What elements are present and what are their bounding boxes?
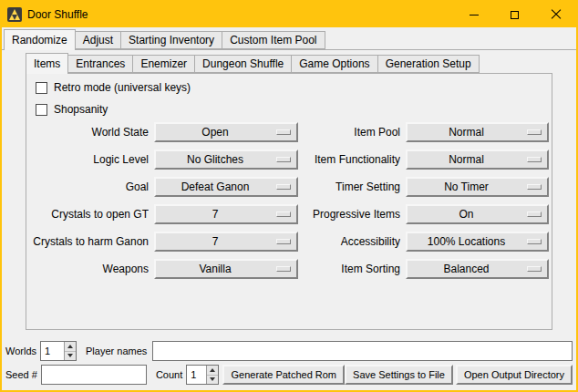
goal-label: Goal [32,177,149,197]
crystals-ganon-label: Crystals to harm Ganon [32,232,149,252]
accessibility-label: Accessibility [304,232,400,252]
worlds-spinbox[interactable]: 1 [40,341,77,361]
item-functionality-value: Normal [449,153,484,166]
worlds-row: Worlds 1 Player names [5,341,573,361]
spin-up-icon [67,345,73,348]
progressive-items-dropdown[interactable]: On [406,204,549,224]
maximize-button[interactable] [494,2,535,27]
seed-row: Seed # Count 1 Generate Patched Rom Save… [5,365,573,385]
logic-level-value: No Glitches [187,153,243,166]
progressive-items-value: On [459,208,473,221]
close-icon [551,9,562,20]
dropdown-indicator-icon [276,157,291,162]
dropdown-indicator-icon [527,129,542,135]
crystals-gt-value: 7 [212,208,219,221]
tab-items[interactable]: Items [26,53,68,74]
minimize-button[interactable] [453,2,494,27]
goal-dropdown[interactable]: Defeat Ganon [154,177,298,197]
dropdown-indicator-icon [527,211,542,217]
accessibility-dropdown[interactable]: 100% Locations [406,232,549,252]
weapons-dropdown[interactable]: Vanilla [154,259,298,279]
save-settings-button[interactable]: Save Settings to File [345,365,453,385]
dropdown-indicator-icon [527,157,542,162]
timer-setting-dropdown[interactable]: No Timer [406,177,549,197]
app-window: Door Shuffle Randomize Adjust Starting I… [0,0,578,392]
item-functionality-dropdown[interactable]: Normal [406,150,549,170]
spin-down-icon [210,377,215,381]
outer-tab-bar: Randomize Adjust Starting Inventory Cust… [4,31,325,50]
tab-dungeon-shuffle[interactable]: Dungeon Shuffle [194,55,292,73]
caption-buttons [453,2,576,27]
worlds-value: 1 [41,342,64,360]
count-value: 1 [187,366,206,384]
weapons-label: Weapons [32,259,149,279]
world-state-value: Open [201,126,228,139]
tab-randomize[interactable]: Randomize [4,29,76,50]
world-state-dropdown[interactable]: Open [154,122,298,142]
retro-mode-checkbox[interactable] [36,82,47,94]
progressive-items-label: Progressive Items [304,204,400,224]
shopsanity-label: Shopsanity [54,103,108,116]
count-spinbox[interactable]: 1 [186,365,219,385]
crystals-gt-label: Crystals to open GT [32,204,149,224]
seed-input[interactable] [41,365,147,385]
spin-down-button[interactable] [65,351,76,361]
dropdown-indicator-icon [276,184,291,190]
count-spin-buttons [206,366,218,384]
close-button[interactable] [535,2,576,27]
shopsanity-checkbox[interactable] [36,104,47,116]
generate-patched-rom-button[interactable]: Generate Patched Rom [222,365,345,385]
dropdown-indicator-icon [527,184,542,190]
item-pool-dropdown[interactable]: Normal [406,122,549,142]
dropdown-indicator-icon [276,239,291,244]
minimize-icon [470,15,479,15]
tab-custom-item-pool[interactable]: Custom Item Pool [222,31,325,49]
tab-enemizer[interactable]: Enemizer [132,55,195,73]
item-pool-value: Normal [449,126,484,139]
dropdown-indicator-icon [527,266,542,272]
app-icon [7,7,22,22]
accessibility-value: 100% Locations [428,235,505,248]
spin-up-button[interactable] [207,366,218,375]
item-functionality-label: Item Functionality [304,150,400,170]
dropdown-indicator-icon [527,239,542,244]
tab-entrances[interactable]: Entrances [67,55,133,73]
tab-adjust[interactable]: Adjust [75,31,121,49]
spin-down-button[interactable] [207,375,218,385]
spin-up-button[interactable] [65,342,76,351]
tab-starting-inventory[interactable]: Starting Inventory [120,31,222,49]
player-names-input[interactable] [152,341,573,361]
spin-up-icon [210,368,215,372]
item-sorting-dropdown[interactable]: Balanced [406,259,549,279]
crystals-ganon-dropdown[interactable]: 7 [154,232,298,252]
shopsanity-checkbox-row[interactable]: Shopsanity [36,102,108,117]
retro-mode-checkbox-row[interactable]: Retro mode (universal keys) [36,80,191,95]
open-output-directory-button[interactable]: Open Output Directory [456,365,573,385]
timer-setting-value: No Timer [444,181,489,193]
worlds-spin-buttons [64,342,76,360]
window-title: Door Shuffle [27,8,88,21]
items-panel: Retro mode (universal keys) Shopsanity W… [26,73,552,330]
spin-down-icon [67,354,73,357]
weapons-value: Vanilla [199,263,231,275]
logic-level-dropdown[interactable]: No Glitches [154,150,298,170]
item-pool-label: Item Pool [304,122,400,142]
timer-setting-label: Timer Setting [304,177,400,197]
count-label: Count [156,369,182,380]
crystals-gt-dropdown[interactable]: 7 [154,204,298,224]
item-sorting-label: Item Sorting [304,259,400,279]
dropdown-indicator-icon [276,129,291,135]
world-state-label: World State [32,122,149,142]
window-content: Randomize Adjust Starting Inventory Cust… [2,27,576,390]
item-sorting-value: Balanced [443,263,489,275]
player-names-label: Player names [86,346,147,356]
goal-value: Defeat Ganon [181,181,250,193]
tab-generation-setup[interactable]: Generation Setup [377,55,480,73]
worlds-label: Worlds [5,346,36,356]
title-bar[interactable]: Door Shuffle [2,2,576,27]
inner-tab-bar: Items Entrances Enemizer Dungeon Shuffle… [26,55,480,74]
seed-label: Seed # [5,369,37,380]
crystals-ganon-value: 7 [212,235,219,248]
logic-level-label: Logic Level [32,150,149,170]
tab-game-options[interactable]: Game Options [291,55,377,73]
